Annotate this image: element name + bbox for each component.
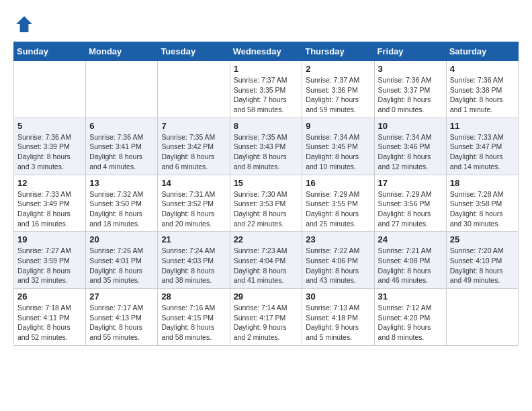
calendar-cell: 17Sunrise: 7:29 AMSunset: 3:56 PMDayligh… [374, 175, 446, 232]
calendar-cell [14, 61, 86, 118]
calendar-cell: 8Sunrise: 7:35 AMSunset: 3:43 PMDaylight… [230, 118, 302, 175]
day-info: Sunrise: 7:27 AMSunset: 3:59 PMDaylight:… [17, 246, 82, 285]
day-number: 16 [306, 178, 370, 188]
day-number: 3 [378, 64, 443, 74]
day-number: 7 [161, 121, 226, 131]
column-header-sunday: Sunday [14, 42, 86, 61]
calendar-cell [446, 289, 518, 346]
day-info: Sunrise: 7:35 AMSunset: 3:43 PMDaylight:… [234, 132, 299, 172]
column-header-tuesday: Tuesday [158, 42, 230, 61]
week-row-3: 12Sunrise: 7:33 AMSunset: 3:49 PMDayligh… [14, 175, 519, 232]
day-number: 19 [17, 234, 82, 244]
day-number: 29 [234, 291, 299, 302]
calendar-cell: 28Sunrise: 7:16 AMSunset: 4:15 PMDayligh… [158, 289, 230, 346]
calendar-cell: 19Sunrise: 7:27 AMSunset: 3:59 PMDayligh… [14, 232, 86, 289]
calendar-cell: 30Sunrise: 7:13 AMSunset: 4:18 PMDayligh… [302, 289, 374, 346]
day-info: Sunrise: 7:33 AMSunset: 3:49 PMDaylight:… [17, 189, 82, 229]
day-number: 15 [234, 178, 299, 188]
logo-icon [13, 13, 35, 35]
calendar-cell: 11Sunrise: 7:33 AMSunset: 3:47 PMDayligh… [446, 118, 518, 175]
column-header-monday: Monday [86, 42, 158, 61]
calendar-cell: 9Sunrise: 7:34 AMSunset: 3:45 PMDaylight… [302, 118, 374, 175]
day-number: 9 [306, 121, 370, 131]
calendar-cell: 14Sunrise: 7:31 AMSunset: 3:52 PMDayligh… [158, 175, 230, 232]
day-number: 8 [234, 121, 299, 131]
day-info: Sunrise: 7:13 AMSunset: 4:18 PMDaylight:… [306, 303, 370, 342]
calendar-cell: 21Sunrise: 7:24 AMSunset: 4:03 PMDayligh… [158, 232, 230, 289]
day-number: 5 [17, 121, 82, 131]
day-number: 6 [89, 121, 154, 131]
day-number: 30 [306, 291, 370, 302]
day-info: Sunrise: 7:37 AMSunset: 3:36 PMDaylight:… [306, 75, 370, 115]
day-info: Sunrise: 7:30 AMSunset: 3:53 PMDaylight:… [234, 189, 299, 229]
day-info: Sunrise: 7:36 AMSunset: 3:38 PMDaylight:… [450, 75, 515, 115]
calendar-cell: 13Sunrise: 7:32 AMSunset: 3:50 PMDayligh… [86, 175, 158, 232]
day-number: 2 [306, 64, 370, 74]
calendar-header-row: SundayMondayTuesdayWednesdayThursdayFrid… [14, 42, 519, 61]
week-row-1: 1Sunrise: 7:37 AMSunset: 3:35 PMDaylight… [14, 61, 519, 118]
day-number: 25 [450, 234, 515, 244]
day-info: Sunrise: 7:29 AMSunset: 3:55 PMDaylight:… [306, 189, 370, 229]
day-number: 26 [17, 291, 82, 302]
calendar-cell: 23Sunrise: 7:22 AMSunset: 4:06 PMDayligh… [302, 232, 374, 289]
day-info: Sunrise: 7:12 AMSunset: 4:20 PMDaylight:… [378, 303, 443, 342]
calendar-cell: 27Sunrise: 7:17 AMSunset: 4:13 PMDayligh… [86, 289, 158, 346]
day-info: Sunrise: 7:33 AMSunset: 3:47 PMDaylight:… [450, 132, 515, 172]
calendar-cell [158, 61, 230, 118]
column-header-friday: Friday [374, 42, 446, 61]
calendar-cell: 10Sunrise: 7:34 AMSunset: 3:46 PMDayligh… [374, 118, 446, 175]
day-info: Sunrise: 7:26 AMSunset: 4:01 PMDaylight:… [89, 246, 154, 285]
day-info: Sunrise: 7:24 AMSunset: 4:03 PMDaylight:… [161, 246, 226, 285]
day-number: 31 [378, 291, 443, 302]
calendar-cell: 4Sunrise: 7:36 AMSunset: 3:38 PMDaylight… [446, 61, 518, 118]
day-number: 28 [161, 291, 226, 302]
column-header-thursday: Thursday [302, 42, 374, 61]
calendar-cell: 24Sunrise: 7:21 AMSunset: 4:08 PMDayligh… [374, 232, 446, 289]
calendar-cell: 12Sunrise: 7:33 AMSunset: 3:49 PMDayligh… [14, 175, 86, 232]
day-info: Sunrise: 7:29 AMSunset: 3:56 PMDaylight:… [378, 189, 443, 229]
day-info: Sunrise: 7:23 AMSunset: 4:04 PMDaylight:… [234, 246, 299, 285]
day-number: 21 [161, 234, 226, 244]
day-number: 12 [17, 178, 82, 188]
calendar-cell: 2Sunrise: 7:37 AMSunset: 3:36 PMDaylight… [302, 61, 374, 118]
day-number: 22 [234, 234, 299, 244]
day-number: 14 [161, 178, 226, 188]
day-info: Sunrise: 7:18 AMSunset: 4:11 PMDaylight:… [17, 303, 82, 342]
day-number: 27 [89, 291, 154, 302]
day-info: Sunrise: 7:36 AMSunset: 3:37 PMDaylight:… [378, 75, 443, 115]
week-row-5: 26Sunrise: 7:18 AMSunset: 4:11 PMDayligh… [14, 289, 519, 346]
day-info: Sunrise: 7:32 AMSunset: 3:50 PMDaylight:… [89, 189, 154, 229]
day-number: 11 [450, 121, 515, 131]
logo [13, 13, 38, 35]
day-info: Sunrise: 7:36 AMSunset: 3:41 PMDaylight:… [89, 132, 154, 172]
day-info: Sunrise: 7:31 AMSunset: 3:52 PMDaylight:… [161, 189, 226, 229]
day-number: 24 [378, 234, 443, 244]
calendar-cell: 31Sunrise: 7:12 AMSunset: 4:20 PMDayligh… [374, 289, 446, 346]
day-info: Sunrise: 7:36 AMSunset: 3:39 PMDaylight:… [17, 132, 82, 172]
calendar-cell: 29Sunrise: 7:14 AMSunset: 4:17 PMDayligh… [230, 289, 302, 346]
column-header-saturday: Saturday [446, 42, 518, 61]
calendar-cell: 7Sunrise: 7:35 AMSunset: 3:42 PMDaylight… [158, 118, 230, 175]
calendar-cell: 1Sunrise: 7:37 AMSunset: 3:35 PMDaylight… [230, 61, 302, 118]
day-info: Sunrise: 7:34 AMSunset: 3:45 PMDaylight:… [306, 132, 370, 172]
svg-marker-0 [16, 16, 32, 32]
day-number: 1 [234, 64, 299, 74]
calendar-cell: 20Sunrise: 7:26 AMSunset: 4:01 PMDayligh… [86, 232, 158, 289]
calendar-cell: 26Sunrise: 7:18 AMSunset: 4:11 PMDayligh… [14, 289, 86, 346]
day-info: Sunrise: 7:14 AMSunset: 4:17 PMDaylight:… [234, 303, 299, 342]
calendar-cell: 15Sunrise: 7:30 AMSunset: 3:53 PMDayligh… [230, 175, 302, 232]
calendar-cell: 3Sunrise: 7:36 AMSunset: 3:37 PMDaylight… [374, 61, 446, 118]
day-info: Sunrise: 7:17 AMSunset: 4:13 PMDaylight:… [89, 303, 154, 342]
column-header-wednesday: Wednesday [230, 42, 302, 61]
day-number: 10 [378, 121, 443, 131]
week-row-4: 19Sunrise: 7:27 AMSunset: 3:59 PMDayligh… [14, 232, 519, 289]
day-number: 17 [378, 178, 443, 188]
day-info: Sunrise: 7:21 AMSunset: 4:08 PMDaylight:… [378, 246, 443, 285]
day-info: Sunrise: 7:22 AMSunset: 4:06 PMDaylight:… [306, 246, 370, 285]
calendar-cell [86, 61, 158, 118]
day-info: Sunrise: 7:28 AMSunset: 3:58 PMDaylight:… [450, 189, 515, 229]
day-info: Sunrise: 7:37 AMSunset: 3:35 PMDaylight:… [234, 75, 299, 115]
calendar-cell: 16Sunrise: 7:29 AMSunset: 3:55 PMDayligh… [302, 175, 374, 232]
calendar-cell: 22Sunrise: 7:23 AMSunset: 4:04 PMDayligh… [230, 232, 302, 289]
day-info: Sunrise: 7:34 AMSunset: 3:46 PMDaylight:… [378, 132, 443, 172]
